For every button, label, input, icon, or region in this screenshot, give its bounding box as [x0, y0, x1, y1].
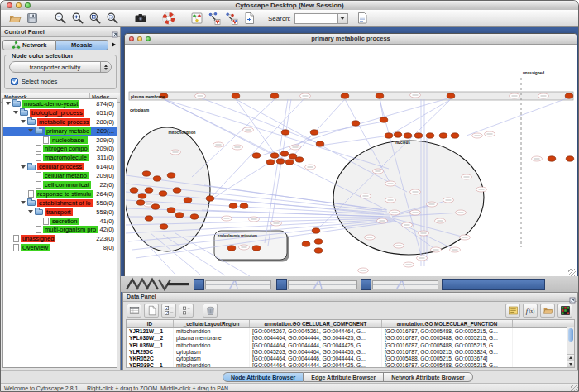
- gene-node[interactable]: [302, 241, 310, 246]
- small-node[interactable]: [249, 217, 260, 222]
- network-graph[interactable]: plasma membranecytoplasmmitochondrionnuc…: [126, 45, 576, 276]
- attribute-checklist-icon[interactable]: [161, 304, 176, 318]
- edge[interactable]: [236, 99, 280, 161]
- small-node[interactable]: [385, 198, 396, 203]
- network-canvas[interactable]: plasma membranecytoplasmmitochondrionnuc…: [126, 45, 576, 276]
- gene-node[interactable]: [380, 117, 388, 122]
- small-node[interactable]: [170, 150, 181, 155]
- tree-row-cell-communicat[interactable]: cell communicat22(0): [3, 180, 117, 189]
- gene-node[interactable]: [426, 133, 434, 138]
- small-node[interactable]: [358, 268, 369, 273]
- tree-row-overview[interactable]: Overview8(0): [3, 243, 117, 252]
- layout-network-b-icon[interactable]: [223, 11, 240, 26]
- tree-row-cellular-process[interactable]: cellular process614(0): [3, 162, 117, 171]
- small-node[interactable]: [485, 131, 495, 136]
- small-node[interactable]: [538, 93, 549, 98]
- tree-row-establishment-of-lo[interactable]: establishment of lo558(0): [3, 198, 117, 208]
- disclosure-triangle-icon[interactable]: [6, 102, 11, 105]
- resize-grip[interactable]: [568, 269, 576, 276]
- gene-node[interactable]: [385, 133, 393, 138]
- background-window-fragment[interactable]: [288, 280, 357, 289]
- scroll-up-button[interactable]: [567, 354, 574, 361]
- background-window-fragment[interactable]: [372, 280, 438, 289]
- function-builder-icon[interactable]: f(x): [523, 304, 538, 318]
- edge[interactable]: [320, 136, 389, 146]
- gene-node[interactable]: [206, 196, 214, 201]
- create-attribute-icon[interactable]: [144, 304, 159, 318]
- tree-row-transport[interactable]: transport558(0): [3, 208, 117, 217]
- gene-node[interactable]: [451, 133, 459, 138]
- small-node[interactable]: [305, 165, 316, 170]
- combobox-stepper[interactable]: [100, 62, 111, 72]
- tree-row-macromolecule[interactable]: macromolecule311(0): [3, 153, 117, 162]
- table-row-ykr052c[interactable]: YKR052Ccytoplasm[GO:0044464, GO:0044446,…: [127, 356, 574, 362]
- layout-network-a-icon[interactable]: [205, 11, 223, 26]
- gene-node[interactable]: [565, 93, 573, 98]
- float-panel-button[interactable]: [111, 28, 118, 36]
- small-node[interactable]: [443, 198, 454, 203]
- column-header[interactable]: annotation.GO MOLECULAR_FUNCTION: [382, 320, 513, 327]
- small-node[interactable]: [410, 93, 421, 98]
- delete-attribute-icon[interactable]: [203, 304, 218, 318]
- small-node[interactable]: [390, 210, 400, 215]
- gene-node[interactable]: [151, 204, 160, 209]
- small-node[interactable]: [472, 133, 483, 138]
- gene-node[interactable]: [376, 93, 384, 98]
- table-row-ypl036w__1[interactable]: YPL036W__1mitochondrion[GO:0044464, GO:0…: [127, 342, 574, 349]
- gene-node[interactable]: [266, 160, 275, 165]
- maximize-button[interactable]: [146, 36, 151, 41]
- gene-node[interactable]: [316, 141, 324, 146]
- gene-node[interactable]: [285, 160, 294, 165]
- small-node[interactable]: [377, 218, 388, 223]
- small-node[interactable]: [232, 145, 243, 150]
- gene-node[interactable]: [136, 200, 145, 205]
- small-node[interactable]: [243, 127, 254, 132]
- gene-node[interactable]: [145, 188, 153, 193]
- attribute-list-icon[interactable]: [505, 304, 520, 318]
- zoom-in-icon[interactable]: [69, 11, 86, 26]
- gene-node[interactable]: [130, 188, 138, 193]
- gene-node[interactable]: [289, 154, 297, 159]
- import-attributes-icon[interactable]: [540, 304, 555, 318]
- gene-node[interactable]: [439, 133, 447, 138]
- tab-network[interactable]: Network: [2, 40, 56, 50]
- gene-node[interactable]: [314, 248, 323, 253]
- scroll-down-button[interactable]: [567, 361, 574, 367]
- gene-node[interactable]: [227, 246, 236, 251]
- small-node[interactable]: [365, 235, 376, 240]
- edge[interactable]: [210, 134, 314, 200]
- tree-row-primary-metabo[interactable]: primary metabo209(...: [3, 127, 117, 136]
- open-session-icon[interactable]: [6, 11, 23, 26]
- edge[interactable]: [200, 98, 320, 144]
- gene-node[interactable]: [341, 93, 349, 98]
- gene-node[interactable]: [270, 93, 279, 98]
- background-window-fragment[interactable]: [442, 279, 545, 290]
- small-node[interactable]: [427, 202, 438, 207]
- small-node[interactable]: [456, 210, 467, 215]
- column-header[interactable]: ID: [127, 320, 174, 327]
- background-network-glyph[interactable]: [124, 277, 195, 291]
- search-input[interactable]: [294, 13, 337, 24]
- small-node[interactable]: [476, 187, 487, 192]
- column-header[interactable]: annotation.GO CELLULAR_COMPONENT: [250, 320, 382, 327]
- help-icon[interactable]: [160, 11, 177, 26]
- tree-row-biological-process[interactable]: biological_process651(0): [3, 108, 117, 117]
- small-node[interactable]: [510, 93, 520, 98]
- small-node[interactable]: [290, 145, 301, 150]
- small-node[interactable]: [394, 243, 404, 248]
- edge[interactable]: [256, 125, 356, 157]
- small-node[interactable]: [373, 169, 384, 174]
- gene-node[interactable]: [142, 171, 151, 176]
- table-row-yjr121w__1[interactable]: YJR121W__1mitochondrion[GO:0045267, GO:0…: [127, 328, 574, 335]
- background-window-fragment[interactable]: [276, 279, 287, 290]
- small-node[interactable]: [431, 247, 442, 252]
- gene-node[interactable]: [252, 246, 261, 251]
- zoom-region-icon[interactable]: [103, 11, 121, 26]
- edge[interactable]: [314, 122, 384, 134]
- table-row-ypl036w__2[interactable]: YPL036W__2plasma membrane[GO:0044464, GO…: [127, 335, 574, 342]
- small-node[interactable]: [361, 194, 371, 198]
- gene-node[interactable]: [167, 173, 175, 178]
- table-scrollbar[interactable]: [567, 327, 574, 367]
- background-window-fragment[interactable]: [194, 279, 204, 290]
- small-node[interactable]: [239, 245, 250, 250]
